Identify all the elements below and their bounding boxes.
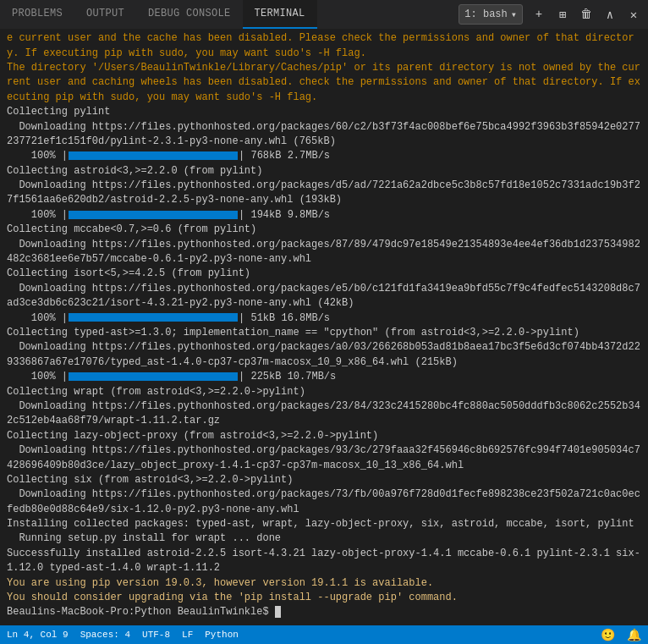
terminal-line: Running setup.py install for wrapt ... d… [7,531,641,546]
terminal-line: Downloading https://files.pythonhosted.o… [7,179,641,208]
terminal-line: You are using pip version 19.0.3, howeve… [7,576,641,591]
tab-output[interactable]: OUTPUT [74,0,136,29]
terminal-line: Downloading https://files.pythonhosted.o… [7,399,641,429]
status-language[interactable]: Python [205,630,239,640]
terminal-line: You should consider upgrading via the 'p… [7,591,641,605]
terminal-line: 100% || 194kB 9.8MB/s [7,208,641,223]
kill-terminal-button[interactable]: 🗑 [575,3,597,25]
terminal-line: The directory '/Users/BeaulinTwinkle/Lib… [7,61,641,105]
status-spaces[interactable]: Spaces: 4 [80,630,130,640]
terminal-line: Collecting pylint [7,105,641,119]
terminal-line: Downloading https://files.pythonhosted.o… [7,282,641,311]
terminal-line: Downloading https://files.pythonhosted.o… [7,120,641,150]
terminal-line: Beaulins-MacBook-Pro:Python BeaulinTwink… [7,605,641,619]
terminal-line: Downloading https://files.pythonhosted.o… [7,238,641,267]
terminal-toolbar: + ⊞ 🗑 ∧ ✕ [528,3,645,25]
terminal-selector[interactable]: 1: bash ▾ [459,4,523,25]
tab-terminal[interactable]: TERMINAL [243,0,317,29]
bell-icon[interactable]: 🔔 [627,628,641,642]
tab-problems[interactable]: PROBLEMS [0,0,74,29]
status-line-ending[interactable]: LF [182,630,193,640]
terminal-cursor [275,606,281,618]
smiley-icon[interactable]: 🙂 [601,628,615,642]
terminal-line: Collecting isort<5,>=4.2.5 (from pylint) [7,267,641,281]
terminal-line: Installing collected packages: typed-ast… [7,517,641,531]
add-terminal-button[interactable]: + [528,3,550,25]
terminal-line: 100% || 768kB 2.7MB/s [7,149,641,163]
status-encoding[interactable]: UTF-8 [142,630,170,640]
status-bar: Ln 4, Col 9 Spaces: 4 UTF-8 LF Python 🙂 … [0,625,648,644]
terminal-line: Downloading https://files.pythonhosted.o… [7,443,641,473]
terminal-line: Collecting mccabe<0.7,>=0.6 (from pylint… [7,223,641,237]
terminal-line: 100% || 51kB 16.8MB/s [7,311,641,326]
terminal-line: Collecting typed-ast>=1.3.0; implementat… [7,326,641,340]
terminal-line: Downloading https://files.pythonhosted.o… [7,487,641,517]
terminal-line: Successfully installed astroid-2.2.5 iso… [7,547,641,576]
terminal-line: Collecting six (from astroid<3,>=2.2.0->… [7,473,641,487]
tab-debug-console[interactable]: DEBUG CONSOLE [136,0,243,29]
tab-bar: PROBLEMS OUTPUT DEBUG CONSOLE TERMINAL 1… [0,0,648,30]
chevron-down-icon: ▾ [511,8,517,21]
terminal-line: 100% || 225kB 10.7MB/s [7,370,641,384]
maximize-panel-button[interactable]: ∧ [599,3,621,25]
terminal-line: Collecting lazy-object-proxy (from astro… [7,429,641,443]
terminal-line: Downloading https://files.pythonhosted.o… [7,340,641,370]
terminal-line: Collecting wrapt (from astroid<3,>=2.2.0… [7,385,641,399]
close-panel-button[interactable]: ✕ [623,3,645,25]
terminal-line: The directory '/Users/BeaulinTwinkle/Lib… [7,30,641,61]
terminal-content: Beaulins-MacBook-Pro:Python BeaulinTwink… [0,30,648,625]
status-ln-col[interactable]: Ln 4, Col 9 [7,630,69,640]
terminal-line: Collecting astroid<3,>=2.2.0 (from pylin… [7,164,641,179]
terminal-selector-label: 1: bash [464,8,507,20]
split-terminal-button[interactable]: ⊞ [552,3,574,25]
